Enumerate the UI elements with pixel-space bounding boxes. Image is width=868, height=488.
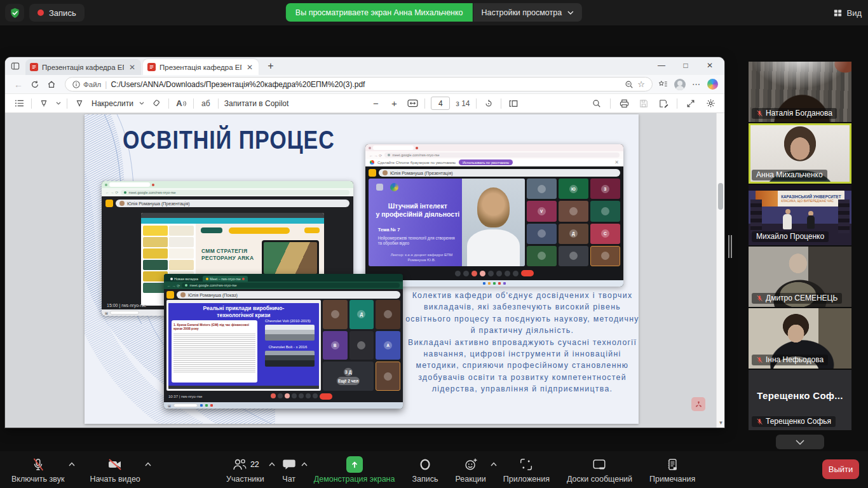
sidebar-resize-handle[interactable] <box>728 235 732 258</box>
tab-close-icon[interactable]: ✕ <box>128 63 137 72</box>
apps-icon <box>519 457 534 472</box>
hangup-button-icon <box>521 270 534 276</box>
window-minimize-button[interactable]: — <box>649 57 674 74</box>
zoom-in-icon[interactable]: + <box>388 97 400 111</box>
chevron-up-icon[interactable] <box>301 462 308 466</box>
chevron-down-icon[interactable] <box>56 102 61 105</box>
scroll-down-arrow[interactable]: ▼ <box>717 420 724 426</box>
participants-button[interactable]: 22 Участники <box>226 456 264 484</box>
page-info-icon[interactable] <box>72 81 80 88</box>
participant-label: Терещенко Софья <box>752 416 836 427</box>
record-button[interactable]: Запись <box>412 456 438 484</box>
refresh-icon[interactable] <box>27 77 43 92</box>
participant-tile[interactable]: Дмитро СЕМЕНЕЦЬ <box>749 247 851 307</box>
window-close-button[interactable]: ✕ <box>698 57 722 74</box>
chrome-icon <box>370 160 374 165</box>
scrollbar-thumb[interactable] <box>718 183 723 210</box>
presenter-name: Юлія Романуша (Презентація) <box>127 201 190 206</box>
address-field[interactable]: Файл | C:/Users/ANNA/Downloads/Презентац… <box>65 77 653 92</box>
favorite-star-icon[interactable]: ☆ <box>637 79 645 89</box>
lecturer-photo <box>462 179 524 266</box>
save-as-icon[interactable] <box>657 97 670 111</box>
chevron-up-icon[interactable] <box>491 462 497 466</box>
slide-title: ОСВІТНІЙ ПРОЦЕС <box>123 125 335 155</box>
share-screen-button[interactable]: Демонстрация экрана <box>314 456 395 484</box>
participants-filmstrip: Наталія Богданова Анна Михальченко КАРАЗ… <box>749 62 851 449</box>
tab-actions-icon[interactable] <box>9 60 22 72</box>
whiteboard-icon <box>591 457 607 472</box>
pdf-page-slide: ОСВІТНІЙ ПРОЦЕС ← → ⟳ meet.google.com/rw… <box>85 114 639 424</box>
meet-timecode: 10:37 | rws-nryo-rse <box>168 395 202 398</box>
copilot-icon[interactable] <box>707 79 718 90</box>
browser-tab-2[interactable]: Презентація кафедра ЕПМ (3).pdf ✕ <box>143 59 259 75</box>
highlighter-icon[interactable] <box>37 97 50 111</box>
recording-indicator[interactable]: Запись <box>29 4 85 22</box>
tab-close-icon[interactable]: ✕ <box>245 63 254 72</box>
chevron-up-icon[interactable] <box>69 462 75 466</box>
car-label-bolt: Chevrolet Bolt - з 2016 <box>259 345 316 349</box>
collections-icon[interactable] <box>658 79 668 89</box>
reactions-icon <box>463 457 479 472</box>
browser-menu-icon[interactable]: ⋯ <box>692 79 701 89</box>
participant-label: Анна Михальченко <box>752 170 827 180</box>
collapse-filmstrip-button[interactable] <box>776 435 824 449</box>
rotate-page-icon[interactable] <box>482 97 495 111</box>
unmute-button[interactable]: Включить звук <box>11 456 64 484</box>
back-icon[interactable]: ← <box>10 77 27 92</box>
draw-label[interactable]: Накреслити <box>92 99 133 108</box>
table-of-contents-icon[interactable] <box>13 97 25 111</box>
window-maximize-button[interactable]: □ <box>674 57 698 74</box>
browser-tab-1[interactable]: Презентація кафедра ЕПМ (3).pdf ✕ <box>25 59 141 75</box>
car-label-volt: Chevrolet Volt (2010-2015) <box>259 319 316 323</box>
view-settings-button[interactable]: Настройки просмотра <box>473 3 583 22</box>
participant-tile[interactable]: Наталія Богданова <box>749 62 851 122</box>
fit-to-width-icon[interactable] <box>406 97 419 111</box>
reactions-button[interactable]: Реакции <box>455 456 485 484</box>
page-view-icon[interactable] <box>507 97 520 111</box>
page-number-input[interactable] <box>431 97 450 110</box>
participant-display-name: Терещенко Соф... <box>749 370 851 421</box>
ask-copilot-button[interactable]: Запитати в Copilot <box>224 99 289 108</box>
settings-gear-icon[interactable] <box>704 97 717 111</box>
chevron-up-icon[interactable] <box>145 462 151 466</box>
mic-muted-icon <box>756 418 763 425</box>
participant-tile[interactable]: Інна Нефьодова <box>749 308 851 369</box>
pdf-viewer-toolbar: Накреслити A аб Запитати в Copilot − + з… <box>5 94 724 113</box>
security-shield-button[interactable] <box>5 4 24 22</box>
apps-button[interactable]: Приложения <box>503 456 550 484</box>
save-icon[interactable] <box>637 97 650 111</box>
translate-icon[interactable]: аб <box>200 97 212 111</box>
home-icon[interactable] <box>43 77 60 92</box>
pdf-scrollbar[interactable]: ▼ <box>716 113 724 428</box>
view-button[interactable]: Вид <box>833 5 862 20</box>
mic-off-icon <box>31 456 46 473</box>
notes-icon <box>665 457 679 472</box>
fullscreen-icon[interactable] <box>684 97 697 111</box>
chevron-up-icon[interactable] <box>269 462 275 466</box>
ai-lecture-slide: Штучний інтелекту професійній діяльності… <box>369 179 525 266</box>
participant-tile-active-speaker[interactable]: Анна Михальченко <box>749 123 851 184</box>
search-icon[interactable] <box>590 97 603 111</box>
whiteboards-button[interactable]: Доски сообщений <box>567 456 632 484</box>
acrobat-extension-icon[interactable] <box>691 397 705 411</box>
draw-pen-icon[interactable] <box>73 97 86 111</box>
meet-screenshot-3: Новая вкладка Meet – rws-nryo-rse ← → ⟳ … <box>164 274 403 409</box>
zoom-out-icon[interactable]: − <box>369 97 382 111</box>
eraser-icon[interactable] <box>150 97 163 111</box>
notes-button[interactable]: Примечания <box>649 456 695 484</box>
leave-meeting-button[interactable]: Выйти <box>822 459 859 479</box>
read-aloud-icon[interactable]: A <box>175 97 187 111</box>
participant-tile[interactable]: КАРАЗІНСЬКИЙ УНІВЕРСИТЕТ КЛАСИКА, ЩО ВИП… <box>749 185 851 245</box>
new-tab-button[interactable]: + <box>264 60 278 72</box>
participant-label: Інна Нефьодова <box>752 355 828 365</box>
mic-muted-icon <box>756 356 763 363</box>
print-icon[interactable] <box>618 97 630 111</box>
zoom-out-page-icon[interactable] <box>625 80 634 89</box>
participant-tile-no-video[interactable]: Терещенко Соф... Терещенко Софья <box>749 370 851 430</box>
chevron-down-icon[interactable] <box>139 102 144 105</box>
profile-avatar-icon[interactable] <box>674 79 686 90</box>
meet-participant-grid: Д В А З ДЕщё 2 чел <box>323 300 400 391</box>
start-video-button[interactable]: Начать видео <box>90 456 140 484</box>
set-default-button: Использовать по умолчанию <box>459 159 513 165</box>
chat-button[interactable]: Чат <box>281 456 297 484</box>
